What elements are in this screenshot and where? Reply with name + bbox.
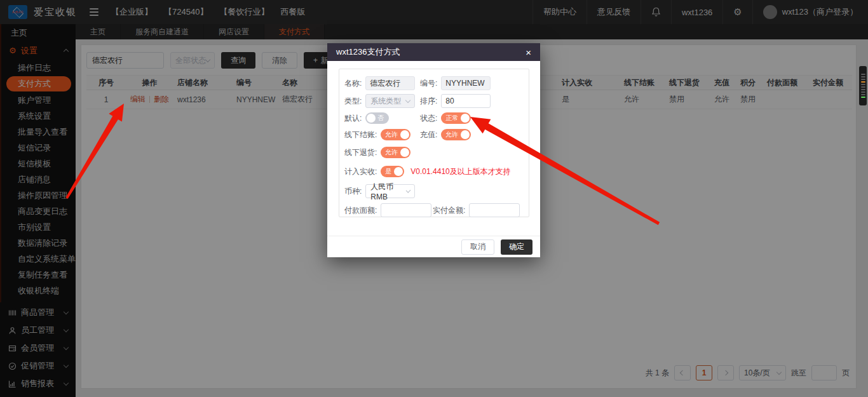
- offline-settle-toggle[interactable]: 允许: [381, 129, 410, 140]
- default-label: 默认:: [344, 113, 362, 124]
- count-in-toggle[interactable]: 是: [381, 166, 404, 177]
- scroll-indicator-bar: [861, 79, 865, 80]
- app-root: AIBAO 爱宝收银 【企业版】 【724540】 【餐饮行业】 西餐版 帮助中…: [0, 0, 868, 397]
- offline-settle-label: 线下结账:: [344, 130, 377, 140]
- toggle-knob: [400, 148, 409, 157]
- denomination-field[interactable]: [381, 203, 431, 217]
- sort-label: 排序:: [420, 96, 437, 107]
- scroll-indicator-bar: [861, 74, 865, 75]
- scroll-indicator-widget[interactable]: [859, 66, 867, 105]
- name-label: 名称:: [344, 78, 362, 89]
- payment-method-dialog: wxt1236支付方式 × 名称: 编号: 类型: 系统类型: [327, 43, 540, 257]
- default-toggle-text: 否: [377, 114, 384, 123]
- scroll-indicator-bar: [861, 89, 865, 90]
- row-type-sort: 类型: 系统类型 排序:: [344, 93, 524, 109]
- dialog-header: wxt1236支付方式 ×: [327, 43, 540, 61]
- offline-refund-toggle[interactable]: 允许: [381, 147, 410, 158]
- version-note: V0.01.4410及以上版本才支持: [410, 166, 510, 177]
- row-offline-refund: 线下退货: 允许: [344, 147, 524, 158]
- row-name-code: 名称: 编号:: [344, 76, 524, 91]
- cancel-button[interactable]: 取消: [461, 239, 494, 255]
- offline-settle-toggle-text: 允许: [385, 130, 398, 139]
- name-field[interactable]: [365, 76, 415, 90]
- scroll-indicator-bar: [861, 84, 865, 85]
- currency-label: 币种:: [344, 186, 362, 197]
- scroll-indicator-bar: [861, 91, 865, 93]
- code-label: 编号:: [420, 78, 437, 89]
- code-field[interactable]: [441, 76, 491, 90]
- type-select[interactable]: 系统类型: [365, 94, 415, 108]
- row-settle-recharge: 线下结账: 允许 充值: 允许: [344, 129, 524, 140]
- recharge-toggle-text: 允许: [445, 130, 458, 139]
- scroll-indicator-bar-active: [861, 81, 865, 83]
- row-default-status: 默认: 否 状态: 正常: [344, 112, 524, 124]
- offline-refund-toggle-text: 允许: [385, 148, 398, 157]
- actual-amount-label: 实付金额:: [433, 205, 465, 216]
- confirm-button[interactable]: 确定: [501, 239, 532, 255]
- default-toggle[interactable]: 否: [365, 112, 389, 124]
- toggle-knob: [461, 130, 470, 139]
- count-in-label: 计入实收:: [344, 166, 377, 177]
- chevron-down-icon: [405, 98, 410, 103]
- scroll-indicator-bar-end: [861, 97, 865, 98]
- toggle-knob: [367, 114, 376, 123]
- count-in-toggle-text: 是: [385, 167, 391, 176]
- row-count-in: 计入实收: 是 V0.01.4410及以上版本才支持: [344, 166, 524, 177]
- scroll-indicator-bar: [861, 94, 865, 95]
- dialog-fieldset: 名称: 编号: 类型: 系统类型 排序:: [339, 69, 529, 217]
- status-toggle[interactable]: 正常: [441, 112, 471, 124]
- row-currency: 币种: 人民币 RMB: [344, 184, 524, 199]
- close-icon[interactable]: ×: [526, 48, 531, 57]
- status-label: 状态:: [420, 113, 437, 124]
- row-amounts: 付款面额: 实付金额:: [344, 203, 524, 218]
- offline-refund-label: 线下退货:: [344, 147, 377, 158]
- recharge-label: 充值:: [420, 130, 437, 140]
- dialog-title: wxt1236支付方式: [336, 46, 400, 58]
- status-toggle-text: 正常: [445, 114, 458, 123]
- sort-field[interactable]: [441, 94, 491, 108]
- toggle-knob: [394, 167, 403, 176]
- recharge-toggle[interactable]: 允许: [441, 129, 471, 140]
- type-value: 系统类型: [370, 96, 401, 107]
- currency-select[interactable]: 人民币 RMB: [365, 184, 415, 198]
- toggle-knob: [400, 130, 409, 139]
- currency-value: 人民币 RMB: [370, 182, 407, 201]
- type-label: 类型:: [344, 96, 362, 107]
- dialog-footer: 取消 确定: [327, 236, 540, 257]
- denomination-label: 付款面额:: [344, 205, 377, 216]
- scroll-indicator-bar: [861, 86, 865, 88]
- scroll-indicator-bar: [861, 76, 865, 77]
- actual-amount-field[interactable]: [469, 203, 520, 217]
- dialog-body: 名称: 编号: 类型: 系统类型 排序:: [327, 61, 540, 236]
- toggle-knob: [461, 114, 470, 123]
